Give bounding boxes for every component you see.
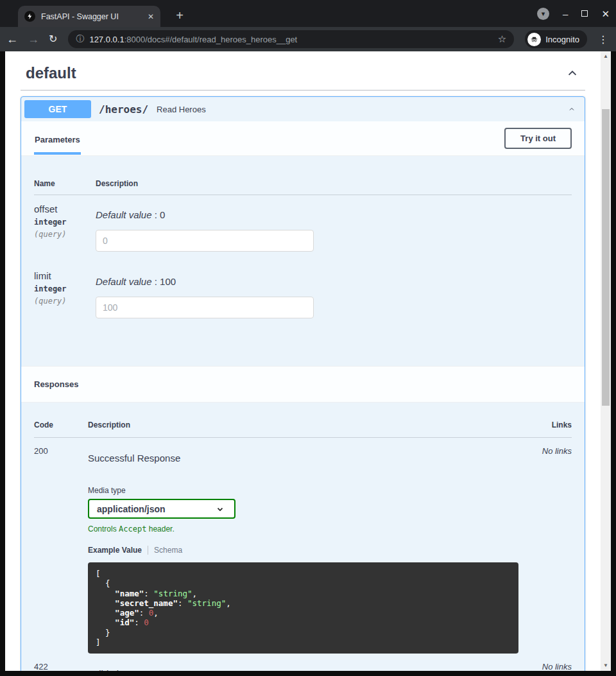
- response-links: No links: [531, 446, 572, 654]
- media-type-label: Media type: [88, 486, 531, 495]
- back-icon[interactable]: ←: [6, 33, 18, 45]
- browser-menu-icon[interactable]: ⋮: [597, 33, 610, 46]
- scrollbar-thumb[interactable]: [602, 109, 610, 406]
- param-default: Default value : 0: [96, 209, 572, 220]
- endpoint-summary-row[interactable]: GET /heroes/ Read Heroes: [21, 97, 585, 121]
- response-links: No links: [531, 662, 572, 671]
- forward-icon[interactable]: →: [28, 33, 39, 45]
- media-type-select[interactable]: application/json: [88, 499, 235, 519]
- endpoint-path: /heroes/: [99, 103, 148, 116]
- responses-header: Responses: [21, 366, 585, 403]
- parameters-tab: Parameters: [34, 123, 81, 155]
- param-col-name: Name: [34, 179, 96, 188]
- param-row-offset: offset integer (query) Default value : 0: [34, 195, 572, 262]
- tab-title: FastAPI - Swagger UI: [41, 12, 142, 21]
- section-collapse-chevron-up-icon[interactable]: [566, 67, 579, 80]
- browser-tab-bar: FastAPI - Swagger UI ✕ + ▾ – ✕: [0, 0, 616, 27]
- param-location: (query): [34, 230, 96, 239]
- resp-col-description: Description: [88, 420, 531, 429]
- reload-icon[interactable]: ↻: [49, 34, 57, 44]
- response-description: Successful Response: [88, 453, 531, 464]
- url-text[interactable]: 127.0.0.1:8000/docs#/default/read_heroes…: [89, 35, 492, 44]
- endpoint-summary: Read Heroes: [157, 105, 569, 114]
- url-host: 127.0.0.1: [89, 35, 124, 44]
- resp-col-code: Code: [34, 420, 88, 429]
- browser-tab[interactable]: FastAPI - Swagger UI ✕: [18, 6, 160, 27]
- select-chevron-down-icon: [214, 503, 227, 516]
- new-tab-button[interactable]: +: [171, 6, 189, 24]
- param-col-description: Description: [96, 179, 572, 188]
- url-path: :8000/docs#/default/read_heroes_heroes__…: [124, 35, 298, 44]
- bookmark-star-icon[interactable]: ☆: [498, 33, 506, 45]
- param-name: limit: [34, 270, 96, 281]
- param-location: (query): [34, 297, 96, 306]
- example-value-tab[interactable]: Example Value: [88, 546, 142, 555]
- try-it-out-button[interactable]: Try it out: [504, 128, 572, 149]
- param-type: integer: [34, 218, 96, 227]
- browser-toolbar: ← → ↻ ⓘ 127.0.0.1:8000/docs#/default/rea…: [0, 27, 616, 51]
- tab-separator: [148, 546, 148, 555]
- incognito-icon: [527, 33, 541, 46]
- api-section-title: default: [26, 64, 76, 82]
- response-row-200: 200 Successful Response Media type appli…: [34, 438, 572, 654]
- tab-search-icon[interactable]: ▾: [537, 8, 549, 20]
- scroll-up-icon[interactable]: ▲: [601, 52, 611, 61]
- response-description: Validation Error: [88, 668, 531, 671]
- close-window-button[interactable]: ✕: [601, 9, 610, 19]
- param-row-limit: limit integer (query) Default value : 10…: [34, 262, 572, 329]
- swagger-page: default GET /heroes/ Read Heroes Paramet…: [5, 51, 601, 671]
- limit-input[interactable]: [96, 297, 314, 318]
- section-divider: [21, 90, 585, 91]
- param-default: Default value : 100: [96, 276, 572, 287]
- page-scrollbar[interactable]: ▲ ▼: [601, 51, 611, 671]
- incognito-badge: Incognito: [525, 30, 587, 48]
- media-type-value: application/json: [97, 504, 166, 514]
- schema-tab[interactable]: Schema: [154, 546, 182, 555]
- http-method-badge: GET: [24, 100, 91, 118]
- maximize-button[interactable]: [581, 10, 588, 17]
- resp-col-links: Links: [531, 420, 572, 429]
- response-code: 200: [34, 446, 88, 654]
- address-bar[interactable]: ⓘ 127.0.0.1:8000/docs#/default/read_hero…: [68, 30, 514, 48]
- get-heroes-opblock: GET /heroes/ Read Heroes Parameters Try …: [21, 96, 585, 671]
- response-row-422: 422 Validation Error No links: [34, 654, 572, 671]
- fastapi-favicon-icon: [24, 11, 35, 22]
- site-info-icon[interactable]: ⓘ: [76, 33, 84, 45]
- offset-input[interactable]: [96, 230, 314, 252]
- endpoint-collapse-chevron-up-icon[interactable]: [569, 103, 581, 116]
- incognito-label: Incognito: [545, 35, 579, 44]
- minimize-button[interactable]: –: [563, 9, 568, 19]
- param-name: offset: [34, 204, 96, 214]
- tab-close-icon[interactable]: ✕: [148, 12, 154, 21]
- param-type: integer: [34, 284, 96, 293]
- accept-header-note: Controls Accept header.: [88, 524, 531, 533]
- scroll-down-icon[interactable]: ▼: [601, 661, 611, 670]
- code-block[interactable]: [ { "name": "string", "secret_name": "st…: [88, 562, 518, 654]
- response-code: 422: [34, 662, 88, 671]
